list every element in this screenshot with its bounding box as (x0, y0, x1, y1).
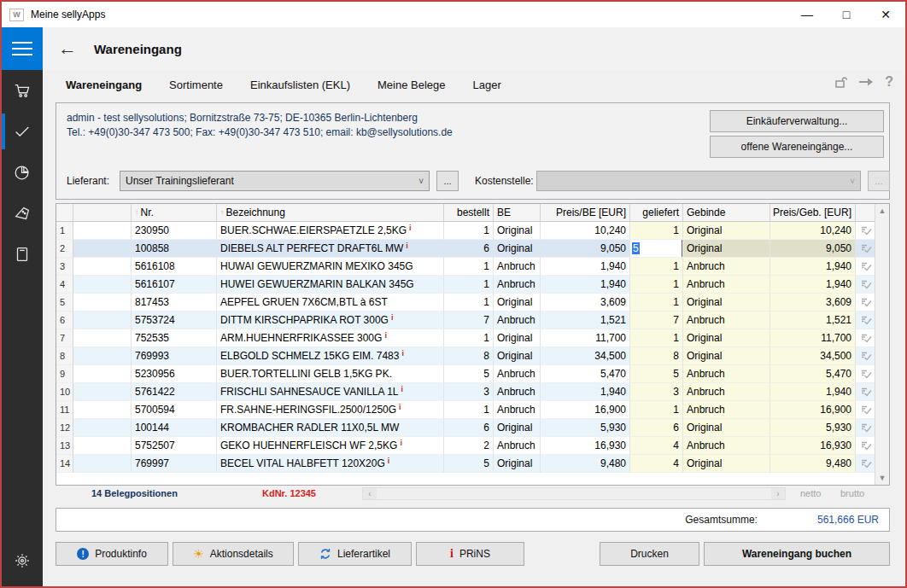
table-row[interactable]: 65753724DITTM KIRSCHPAPRIKA ROT 300Gi7An… (56, 311, 875, 329)
help-icon[interactable]: ? (885, 74, 893, 90)
cell-be[interactable]: Original (494, 329, 541, 347)
row-confirm-cell[interactable] (856, 383, 875, 401)
row-confirm-cell[interactable] (856, 365, 875, 383)
cell-be[interactable]: Original (494, 222, 541, 240)
cell-geliefert[interactable]: 5 (630, 365, 683, 383)
cell-geliefert[interactable]: 1 (630, 258, 683, 276)
cell-name[interactable]: DIEBELS ALT PERFECT DRAFT6L MWi (217, 240, 444, 258)
cell-nr[interactable]: 5616107 (132, 276, 217, 294)
cell-be[interactable]: Original (494, 419, 541, 437)
cell-preis_geb[interactable]: 16,930 (770, 437, 856, 455)
row-confirm-cell[interactable] (856, 329, 875, 347)
cell-name[interactable]: AEPFEL GRUEN 7X6CM,BTL à 6ST (217, 294, 444, 311)
table-row[interactable]: 5817453AEPFEL GRUEN 7X6CM,BTL à 6ST1Orig… (56, 294, 875, 311)
row-number[interactable]: 8 (56, 347, 73, 365)
cell-preis_geb[interactable]: 34,500 (770, 347, 856, 365)
cell-preis_be[interactable]: 9,050 (541, 240, 630, 258)
tab-meine-belege[interactable]: Meine Belege (377, 79, 446, 91)
cell-be[interactable]: Anbruch (494, 437, 541, 455)
row-number[interactable]: 5 (56, 294, 73, 311)
hamburger-menu-icon[interactable] (2, 27, 43, 70)
unlock-icon[interactable] (834, 75, 847, 89)
row-confirm-cell[interactable] (856, 240, 875, 258)
cell-bestellt[interactable]: 7 (444, 311, 494, 329)
cell-preis_be[interactable]: 5,930 (541, 419, 630, 437)
cell-gebinde[interactable]: Original (683, 222, 770, 240)
cell-bestellt[interactable]: 1 (444, 258, 494, 276)
cell-preis_geb[interactable]: 10,240 (770, 222, 856, 240)
cell-preis_be[interactable]: 16,900 (541, 401, 630, 419)
cell-name[interactable]: FR.SAHNE-HERINGSFIL.2500/1250Gi (217, 401, 444, 419)
row-confirm-cell[interactable] (856, 311, 875, 329)
cell-gebinde[interactable]: Anbruch (683, 258, 770, 276)
cell-be[interactable]: Original (494, 347, 541, 365)
lieferant-browse-button[interactable]: ... (436, 171, 459, 191)
cell-preis_be[interactable]: 1,940 (541, 276, 630, 294)
cell-geliefert[interactable]: 1 (630, 276, 683, 294)
table-row[interactable]: 12100144KROMBACHER RADLER 11X0,5L MW6Ori… (56, 419, 875, 437)
cell-gebinde[interactable]: Anbruch (683, 383, 770, 401)
horizontal-scrollbar[interactable]: ‹ › (362, 487, 786, 500)
cell-gebinde[interactable]: Anbruch (683, 276, 770, 294)
row-confirm-cell[interactable] (856, 294, 875, 311)
cell-geliefert[interactable]: 6 (630, 419, 683, 437)
cell-gebinde[interactable]: Anbruch (683, 437, 770, 455)
cell-geliefert[interactable]: 3 (630, 383, 683, 401)
row-number[interactable]: 14 (56, 455, 73, 473)
cell-nr[interactable]: 230950 (132, 222, 217, 240)
cell-geliefert[interactable]: 5 (630, 240, 683, 258)
column-header-name[interactable]: ↑Bezeichnung (217, 204, 444, 222)
cell-name[interactable]: KROMBACHER RADLER 11X0,5L MW (217, 419, 444, 437)
cell-preis_geb[interactable]: 11,700 (770, 329, 856, 347)
cell-gebinde[interactable]: Original (683, 240, 770, 258)
cell-gebinde[interactable]: Original (683, 347, 770, 365)
cell-bestellt[interactable]: 6 (444, 419, 494, 437)
row-confirm-cell[interactable] (856, 401, 875, 419)
table-row[interactable]: 95230956BUER.TORTELLINI GELB 1,5KG PK.5A… (56, 365, 875, 383)
cell-preis_be[interactable]: 5,470 (541, 365, 630, 383)
cell-bestellt[interactable]: 1 (444, 294, 494, 311)
cell-nr[interactable]: 817453 (132, 294, 217, 311)
tab-lager[interactable]: Lager (473, 79, 501, 91)
table-row[interactable]: 1230950BUER.SCHWAE.EIERSPAETZLE 2,5KGi1O… (56, 222, 875, 240)
cell-preis_be[interactable]: 1,521 (541, 311, 630, 329)
scroll-down-icon[interactable]: ▼ (875, 471, 889, 485)
cell-preis_be[interactable]: 11,700 (541, 329, 630, 347)
cell-nr[interactable]: 5753724 (132, 311, 217, 329)
cell-preis_be[interactable]: 1,940 (541, 383, 630, 401)
table-row[interactable]: 105761422FRISCHLI SAHNESAUCE VANILLA 1Li… (56, 383, 875, 401)
row-number[interactable]: 4 (56, 276, 73, 294)
cell-gebinde[interactable]: Original (683, 419, 770, 437)
cell-preis_geb[interactable]: 16,900 (770, 401, 856, 419)
cell-bestellt[interactable]: 5 (444, 365, 494, 383)
cell-name[interactable]: BECEL VITAL HALBFETT 120X20Gi (217, 455, 444, 473)
cell-geliefert[interactable]: 4 (630, 455, 683, 473)
cell-preis_geb[interactable]: 9,480 (770, 455, 856, 473)
cell-name[interactable]: GEKO HUEHNERFLEISCH WF 2,5KGi (217, 437, 444, 455)
cell-bestellt[interactable]: 1 (444, 329, 494, 347)
cell-preis_geb[interactable]: 3,609 (770, 294, 856, 311)
row-number[interactable]: 10 (56, 383, 73, 401)
cell-gebinde[interactable]: Original (683, 455, 770, 473)
cell-preis_geb[interactable]: 5,930 (770, 419, 856, 437)
column-header-nr[interactable]: ↑Nr. (132, 204, 217, 222)
cell-preis_geb[interactable]: 9,050 (770, 240, 856, 258)
cell-geliefert[interactable]: 8 (630, 347, 683, 365)
row-number[interactable]: 13 (56, 437, 73, 455)
table-row[interactable]: 45616107HUWEI GEWUERZMARIN BALKAN 345G1A… (56, 276, 875, 294)
cell-gebinde[interactable]: Original (683, 329, 770, 347)
cell-geliefert[interactable]: 7 (630, 311, 683, 329)
cell-preis_be[interactable]: 9,480 (541, 455, 630, 473)
row-number[interactable]: 2 (56, 240, 73, 258)
row-number[interactable]: 3 (56, 258, 73, 276)
drucken-button[interactable]: Drucken (600, 542, 699, 566)
cell-bestellt[interactable]: 2 (444, 437, 494, 455)
cell-name[interactable]: HUWEI GEWUERZMARIN BALKAN 345G (217, 276, 444, 294)
tab-wareneingang[interactable]: Wareneingang (66, 79, 142, 91)
wareneingang-buchen-button[interactable]: Wareneingang buchen (704, 542, 890, 566)
cell-geliefert[interactable]: 1 (630, 329, 683, 347)
cell-name[interactable]: FRISCHLI SAHNESAUCE VANILLA 1Li (217, 383, 444, 401)
scroll-up-icon[interactable]: ▲ (875, 204, 889, 218)
table-row[interactable]: 35616108HUWAI GEWUERZMARIN MEXIKO 345G1A… (56, 258, 875, 276)
table-row[interactable]: 2100858DIEBELS ALT PERFECT DRAFT6L MWi6O… (56, 240, 875, 258)
